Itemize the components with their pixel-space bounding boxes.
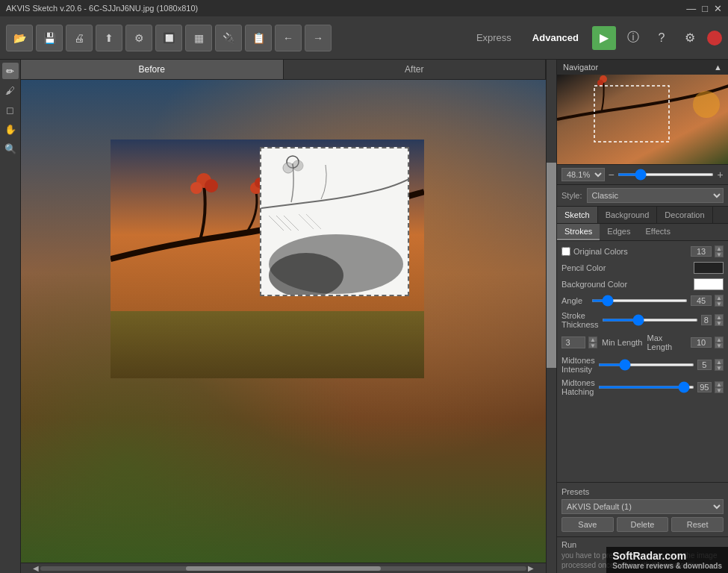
edges-sub-tab[interactable]: Edges [600, 224, 638, 240]
angle-spinner[interactable]: ▲ ▼ [715, 295, 724, 307]
max-length-value[interactable]: 10 [691, 337, 712, 348]
sketch-tab[interactable]: Sketch [557, 207, 598, 223]
eraser-tool[interactable]: ◻ [2, 101, 19, 118]
vertical-scrollbar[interactable] [546, 60, 556, 573]
scroll-left-arrow[interactable]: ◀ [31, 564, 40, 572]
navigator: Navigator ▲ [557, 60, 728, 165]
watermark-sub: Software reviews & downloads [612, 562, 722, 570]
stroke-thickness-row: Stroke Thickness 8 ▲ ▼ [561, 311, 724, 329]
zoom-in-button[interactable]: + [717, 168, 724, 181]
effects-sub-tab[interactable]: Effects [638, 224, 678, 240]
zoom-controls: 25%48.1%50%75%100% − + [557, 165, 728, 185]
min-length-input[interactable]: 3 [561, 336, 585, 348]
tool-print[interactable]: 🖨 [66, 25, 93, 51]
angle-value[interactable]: 45 [691, 295, 712, 306]
save-preset-button[interactable]: Save [561, 517, 614, 532]
tool-undo[interactable]: ← [275, 25, 302, 51]
midtones-intensity-value[interactable]: 5 [697, 360, 712, 370]
tool-copy[interactable]: 📋 [245, 25, 272, 51]
close-button[interactable]: ✕ [714, 3, 722, 14]
midtones-hatching-spinner[interactable]: ▲ ▼ [715, 381, 724, 393]
background-color-swatch[interactable] [694, 278, 724, 290]
zoom-tool[interactable]: 🔍 [2, 140, 19, 157]
reset-preset-button[interactable]: Reset [671, 517, 724, 532]
title-bar-text: AKVIS Sketch v.20.6 - 6C-SJJnJ6NU.jpg (1… [6, 4, 198, 13]
horizontal-scrollbar[interactable]: ◀ ▶ [21, 563, 546, 573]
original-colors-down[interactable]: ▼ [715, 251, 724, 257]
max-length-spinner[interactable]: ▲ ▼ [715, 336, 724, 348]
midtones-hatching-value[interactable]: 95 [697, 382, 712, 392]
scrollbar-track[interactable] [40, 566, 526, 571]
midtones-hatching-row: Midtones Hatching 95 ▲ ▼ [561, 378, 724, 396]
help-button[interactable]: ? [650, 27, 673, 49]
before-tab[interactable]: Before [21, 60, 284, 79]
hand-tool[interactable]: ✋ [2, 121, 19, 137]
close-app-button[interactable] [707, 31, 722, 46]
tool-plugin[interactable]: 🔌 [215, 25, 242, 51]
background-tab[interactable]: Background [598, 207, 658, 223]
navigator-collapse[interactable]: ▲ [714, 63, 722, 72]
toolbar-left: 📂 💾 🖨 ⬆ ⚙ 🔲 ▦ 🔌 📋 ← → [6, 25, 332, 51]
v-scrollbar-thumb[interactable] [547, 163, 556, 368]
max-length-label: Max Length [647, 334, 688, 351]
info-button[interactable]: ⓘ [622, 27, 644, 49]
midtones-hatching-down[interactable]: ▼ [715, 387, 724, 393]
stroke-thickness-down[interactable]: ▼ [715, 320, 724, 326]
original-colors-value[interactable]: 13 [691, 246, 712, 257]
original-colors-row: Original Colors 13 ▲ ▼ [561, 245, 724, 257]
zoom-slider[interactable] [617, 173, 714, 176]
stroke-thickness-value[interactable]: 8 [701, 315, 712, 325]
angle-down[interactable]: ▼ [715, 301, 724, 307]
zoom-select[interactable]: 25%48.1%50%75%100% [561, 168, 605, 181]
angle-row: Angle 45 ▲ ▼ [561, 295, 724, 307]
background-color-row: Background Color [561, 278, 724, 290]
style-select[interactable]: Classic Watercolor Pastel [587, 188, 724, 203]
run-button[interactable]: ▶ [592, 26, 616, 50]
max-length-down[interactable]: ▼ [715, 342, 724, 348]
maximize-button[interactable]: □ [702, 3, 708, 14]
tool-settings[interactable]: ⚙ [125, 25, 152, 51]
tool-batch[interactable]: ▦ [185, 25, 212, 51]
advanced-mode-button[interactable]: Advanced [525, 29, 586, 46]
style-row: Style: Classic Watercolor Pastel [557, 185, 728, 207]
paint-tool[interactable]: 🖌 [2, 82, 19, 98]
midtones-hatching-slider[interactable] [598, 386, 694, 389]
watermark-text: SoftRadar.com [612, 550, 722, 562]
minimize-button[interactable]: — [686, 3, 696, 14]
svg-point-24 [597, 80, 603, 86]
scrollbar-thumb[interactable] [186, 566, 380, 571]
min-length-spinner[interactable]: ▲ ▼ [588, 336, 597, 348]
midtones-intensity-spinner[interactable]: ▲ ▼ [715, 359, 724, 371]
after-tab[interactable]: After [284, 60, 547, 79]
angle-slider[interactable] [591, 299, 688, 302]
strokes-sub-tab[interactable]: Strokes [557, 224, 600, 240]
decoration-tab[interactable]: Decoration [657, 207, 712, 223]
tool-save[interactable]: 💾 [36, 25, 63, 51]
stroke-thickness-slider[interactable] [602, 319, 698, 322]
pencil-color-swatch[interactable] [694, 262, 724, 274]
zoom-out-button[interactable]: − [608, 168, 615, 181]
min-length-down[interactable]: ▼ [588, 342, 597, 348]
tool-open[interactable]: 📂 [6, 25, 33, 51]
navigator-preview[interactable] [557, 75, 728, 164]
sketch-svg [261, 148, 409, 296]
midtones-intensity-slider[interactable] [598, 363, 694, 366]
tool-redo[interactable]: → [305, 25, 332, 51]
midtones-intensity-label: Midtones Intensity [561, 356, 595, 374]
original-colors-checkbox[interactable] [561, 247, 570, 256]
brush-tool[interactable]: ✏ [2, 63, 19, 79]
express-mode-button[interactable]: Express [469, 29, 519, 46]
settings-button[interactable]: ⚙ [679, 27, 701, 49]
midtones-intensity-row: Midtones Intensity 5 ▲ ▼ [561, 356, 724, 374]
tool-compare[interactable]: 🔲 [155, 25, 182, 51]
tool-share[interactable]: ⬆ [96, 25, 122, 51]
stroke-thickness-spinner[interactable]: ▲ ▼ [715, 314, 724, 326]
scroll-right-arrow[interactable]: ▶ [526, 564, 535, 572]
delete-preset-button[interactable]: Delete [617, 517, 669, 532]
midtones-intensity-down[interactable]: ▼ [715, 365, 724, 371]
original-colors-spinner[interactable]: ▲ ▼ [715, 245, 724, 257]
midtones-hatching-label: Midtones Hatching [561, 378, 595, 396]
canvas-viewport[interactable] [21, 80, 546, 563]
presets-select[interactable]: AKVIS Default (1) [561, 499, 724, 514]
pencil-color-label: Pencil Color [561, 263, 691, 272]
